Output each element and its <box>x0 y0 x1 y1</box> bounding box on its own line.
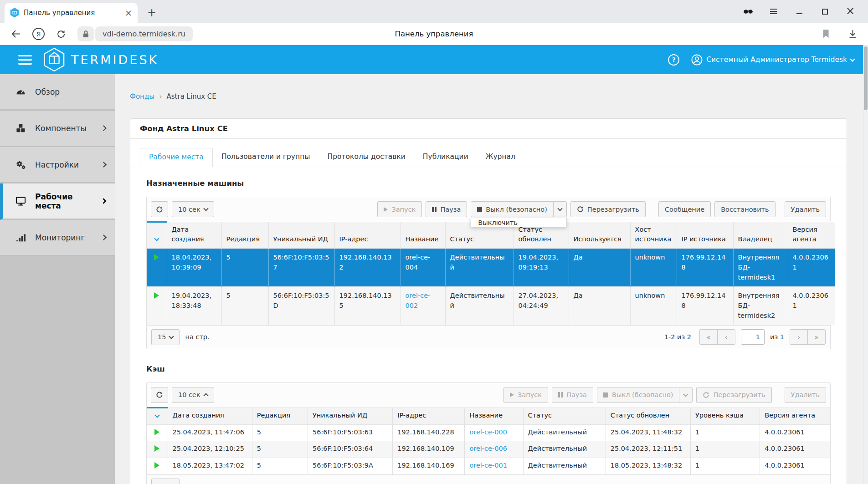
per-page-select[interactable]: 15 <box>151 329 180 345</box>
col-status[interactable]: Статус <box>523 408 606 424</box>
tab-delivery-protocols[interactable]: Протоколы доставки <box>319 148 414 167</box>
tab-close-icon[interactable]: × <box>125 9 132 17</box>
tab-strip: Рабочие места Пользователи и группы Прот… <box>130 139 847 167</box>
sort-column-header[interactable] <box>147 408 168 424</box>
dropdown-item-power-off[interactable]: Выключить <box>471 214 524 231</box>
breadcrumb-link-pools[interactable]: Фонды <box>130 92 154 101</box>
cell-ip: 192.168.140.132 <box>334 249 401 287</box>
reboot-button[interactable]: Перезагрузить <box>570 201 646 217</box>
tab-users-groups[interactable]: Пользователи и группы <box>213 148 319 167</box>
power-off-caret-button[interactable] <box>553 201 567 217</box>
site-security-badge[interactable] <box>77 26 94 41</box>
power-off-button[interactable]: Выкл (безопасно) <box>597 387 679 403</box>
per-page-select[interactable]: 15 <box>151 479 180 484</box>
machine-name-link[interactable]: orel-ce-001 <box>469 462 507 469</box>
table-row[interactable]: 18.05.2023, 13:47:02556:6F:10:F5:03:9A19… <box>147 458 830 474</box>
download-icon[interactable] <box>848 30 857 38</box>
new-tab-button[interactable]: + <box>144 5 159 20</box>
table-row[interactable]: 25.04.2023, 11:47:06556:6F:10:F5:03:6319… <box>147 424 830 441</box>
tab-journal[interactable]: Журнал <box>477 148 524 167</box>
col-created[interactable]: Дата создания <box>168 408 252 424</box>
tab-workplaces[interactable]: Рабочие места <box>140 148 213 167</box>
cell-agent: 4.0.0.23061 <box>788 287 835 325</box>
col-uid[interactable]: Уникальный ИД <box>268 222 334 249</box>
cell-used: Да <box>569 249 630 287</box>
page-input[interactable] <box>741 329 765 345</box>
col-ip[interactable]: IP-адрес <box>334 222 401 249</box>
running-state-icon <box>154 292 159 299</box>
last-page-button[interactable]: » <box>807 329 826 345</box>
reload-button[interactable] <box>56 30 66 39</box>
help-icon[interactable]: ? <box>668 54 679 66</box>
back-button[interactable] <box>11 30 21 38</box>
restore-button[interactable]: Восстановить <box>714 201 775 217</box>
lock-icon <box>83 30 89 38</box>
refresh-interval-select[interactable]: 10 сек <box>172 387 214 403</box>
col-owner[interactable]: Владелец <box>733 222 788 249</box>
yandex-smart-button[interactable]: Я <box>32 28 45 40</box>
delete-button[interactable]: Удалить <box>785 387 826 403</box>
power-off-caret-button[interactable] <box>679 387 693 403</box>
refresh-button[interactable] <box>151 201 168 217</box>
reboot-button[interactable]: Перезагрузить <box>696 387 771 403</box>
table-row[interactable]: 18.04.2023, 10:39:09556:6F:10:F5:03:5719… <box>147 249 835 287</box>
machines-pagination: 15 на стр. 1-2 из 2 « ‹ из 1 <box>147 325 830 349</box>
sidebar-toggle-icon[interactable] <box>18 55 32 65</box>
window-close-button[interactable]: × <box>845 6 855 16</box>
cell-created: 25.04.2023, 11:47:06 <box>168 424 252 441</box>
prev-page-button[interactable]: ‹ <box>717 329 735 345</box>
first-page-button[interactable]: « <box>699 329 718 345</box>
browser-tab[interactable]: Панель управления × <box>5 3 138 23</box>
sidebar-item-workplaces[interactable]: Рабочие места <box>0 183 115 220</box>
table-row[interactable]: 19.04.2023, 18:33:48556:6F:10:F5:03:5D19… <box>147 287 835 325</box>
pause-button[interactable]: Пауза <box>552 387 593 403</box>
sidebar-item-monitoring[interactable]: Мониторинг <box>0 220 115 256</box>
scrollbar-thumb[interactable] <box>864 46 868 110</box>
message-button[interactable]: Сообщение <box>658 201 711 217</box>
start-button[interactable]: Запуск <box>503 387 548 403</box>
delete-button[interactable]: Удалить <box>785 201 826 217</box>
bar-chart-icon <box>15 232 26 243</box>
cell-ip: 192.168.140.135 <box>334 287 401 325</box>
col-status-updated[interactable]: Статус обновлен <box>606 408 690 424</box>
bookmark-icon[interactable] <box>822 29 830 39</box>
col-name[interactable]: Название <box>465 408 523 424</box>
col-src-ip[interactable]: IP источника <box>677 222 733 249</box>
chevron-down-icon <box>169 334 174 339</box>
browser-menu-icon[interactable] <box>769 6 779 16</box>
refresh-interval-select[interactable]: 10 сек <box>172 201 214 217</box>
col-host[interactable]: Хост источника <box>630 222 677 249</box>
tab-publications[interactable]: Публикации <box>414 148 477 167</box>
page-count: из 1 <box>770 333 784 341</box>
col-name[interactable]: Название <box>401 222 445 249</box>
sidebar-item-components[interactable]: Компоненты <box>0 111 115 147</box>
sidebar-item-settings[interactable]: Настройки <box>0 147 115 183</box>
pause-icon <box>432 207 437 212</box>
col-revision[interactable]: Редакция <box>221 222 268 249</box>
window-minimize-button[interactable] <box>794 6 804 16</box>
address-bar[interactable]: vdi-demo.termidesk.ru <box>95 26 193 41</box>
cell-created: 18.04.2023, 10:39:09 <box>167 249 221 287</box>
table-row[interactable]: 25.04.2023, 12:10:25556:6F:10:F5:03:6419… <box>147 441 830 458</box>
sidebar-item-overview[interactable]: Обзор <box>0 74 115 111</box>
col-ip[interactable]: IP-адрес <box>393 408 465 424</box>
machine-name-link[interactable]: orel-ce-000 <box>469 428 507 436</box>
next-page-button[interactable]: › <box>790 329 808 345</box>
machine-name-link[interactable]: orel-ce-004 <box>406 254 431 271</box>
machine-name-link[interactable]: orel-ce-002 <box>406 292 431 309</box>
col-cache-level[interactable]: Уровень кэша <box>691 408 760 424</box>
message-label: Сообщение <box>665 206 704 213</box>
col-revision[interactable]: Редакция <box>252 408 308 424</box>
col-uid[interactable]: Уникальный ИД <box>308 408 392 424</box>
sort-column-header[interactable] <box>147 222 167 249</box>
pause-button[interactable]: Пауза <box>426 201 467 217</box>
refresh-button[interactable] <box>151 387 168 403</box>
col-agent[interactable]: Версия агента <box>788 222 835 249</box>
col-used[interactable]: Используется <box>569 222 630 249</box>
user-menu[interactable]: Системный Администратор Termidesk <box>691 54 854 66</box>
col-created[interactable]: Дата создания <box>167 222 221 249</box>
col-agent[interactable]: Версия агента <box>760 408 830 424</box>
start-button[interactable]: Запуск <box>377 201 422 217</box>
window-maximize-button[interactable] <box>820 6 830 16</box>
machine-name-link[interactable]: orel-ce-006 <box>469 445 507 452</box>
